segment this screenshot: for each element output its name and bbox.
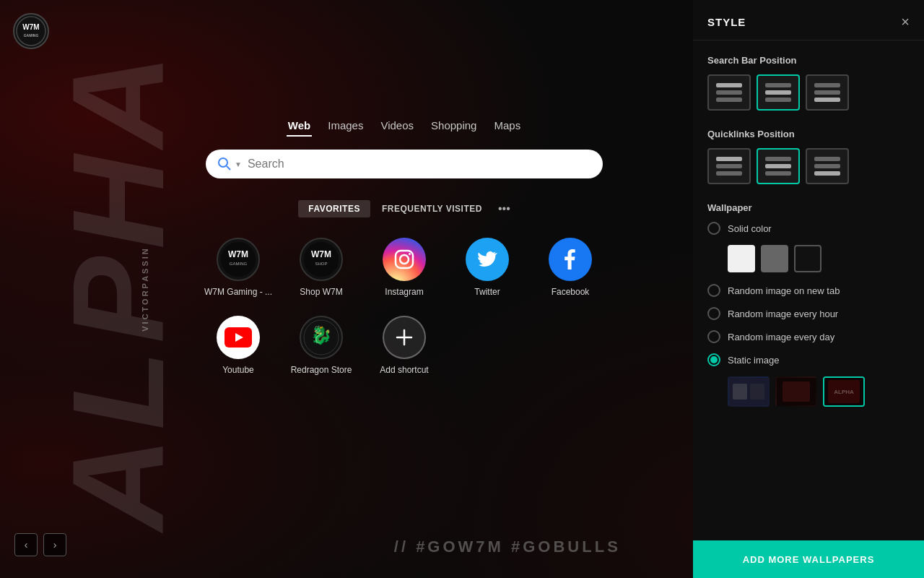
quicklink-instagram[interactable]: Instagram — [365, 232, 444, 303]
quicklinks-position-top[interactable] — [707, 148, 751, 184]
quicklink-icon-w7m-gaming: W7M GAMING — [217, 238, 260, 281]
quicklink-shop-w7m[interactable]: W7M SHOP Shop W7M — [282, 232, 361, 303]
tab-favorites[interactable]: FAVORITES — [298, 200, 370, 217]
search-dropdown-arrow[interactable]: ▼ — [235, 160, 242, 168]
radio-static-image[interactable]: Static image — [707, 353, 910, 366]
solid-color-label: Solid color — [728, 223, 772, 234]
svg-point-8 — [304, 242, 339, 277]
favorites-tabs: FAVORITES FREQUENTLY VISITED ••• — [298, 200, 510, 217]
svg-text:🐉: 🐉 — [310, 324, 332, 345]
tab-maps[interactable]: Maps — [492, 116, 522, 135]
radio-random-new-tab[interactable]: Random image on new tab — [707, 284, 910, 297]
random-every-day-label: Random image every day — [728, 332, 834, 342]
radio-random-every-hour-circle — [707, 307, 720, 320]
search-bar-position-options — [707, 74, 910, 111]
wallpaper-thumbnails: ALPHA — [728, 376, 910, 407]
nav-arrows-container: ‹ › — [14, 533, 66, 556]
search-bar: ▼ — [206, 150, 603, 178]
quicklink-icon-facebook — [549, 238, 592, 281]
random-every-hour-label: Random image every hour — [728, 309, 838, 319]
svg-point-5 — [221, 242, 256, 277]
quicklink-label-youtube: Youtube — [222, 365, 254, 375]
quicklink-icon-shop-w7m: W7M SHOP — [300, 238, 343, 281]
quicklink-add-shortcut[interactable]: Add shortcut — [365, 310, 444, 381]
quicklinks-position-middle[interactable] — [757, 148, 800, 184]
quicklinks-position-options — [707, 148, 910, 184]
search-icon-wrap: ▼ — [217, 157, 242, 171]
svg-rect-24 — [783, 381, 810, 402]
quicklink-facebook[interactable]: Facebook — [531, 232, 610, 303]
svg-point-13 — [409, 253, 411, 255]
style-panel-header: STYLE × — [693, 0, 924, 40]
tab-images[interactable]: Images — [326, 116, 365, 135]
quicklinks-position-bottom[interactable] — [806, 148, 849, 184]
logo[interactable]: W7M GAMING — [11, 11, 51, 51]
quicklinks-grid: W7M GAMING W7M Gaming - ... W7M SHOP Sho… — [199, 232, 610, 381]
radio-random-new-tab-circle — [707, 284, 720, 297]
more-options-dots[interactable]: ••• — [498, 202, 510, 215]
tab-web[interactable]: Web — [287, 116, 312, 135]
svg-rect-21 — [733, 384, 747, 400]
close-button[interactable]: × — [901, 14, 910, 29]
svg-line-4 — [227, 166, 230, 170]
tab-shopping[interactable]: Shopping — [430, 116, 478, 135]
svg-text:GAMING: GAMING — [23, 33, 38, 38]
quicklink-twitter[interactable]: Twitter — [448, 232, 527, 303]
search-bar-position-label: Search Bar Position — [707, 55, 910, 66]
search-position-top[interactable] — [707, 74, 751, 111]
svg-text:ALPHA: ALPHA — [834, 389, 854, 395]
radio-solid-color[interactable]: Solid color — [707, 222, 910, 235]
search-input[interactable] — [248, 158, 591, 171]
svg-text:W7M: W7M — [311, 249, 331, 259]
search-position-bottom[interactable] — [806, 74, 849, 111]
svg-text:SHOP: SHOP — [315, 262, 327, 266]
quicklink-label-w7m-gaming: W7M Gaming - ... — [204, 287, 272, 297]
quicklink-youtube[interactable]: Youtube — [199, 310, 278, 381]
tab-navigation: Web Images Videos Shopping Maps — [287, 116, 522, 135]
static-image-label: Static image — [728, 355, 780, 366]
wallpaper-section: Wallpaper Solid color Random image on ne… — [707, 202, 910, 407]
quicklink-redragon[interactable]: 🐉 Redragon Store — [282, 310, 361, 381]
tab-frequently-visited[interactable]: FREQUENTLY VISITED — [372, 200, 492, 217]
main-content: Web Images Videos Shopping Maps ▼ FAVORI… — [152, 0, 657, 578]
quicklink-label-facebook: Facebook — [552, 287, 590, 297]
google-search-icon — [217, 157, 232, 171]
search-position-middle[interactable] — [757, 74, 800, 111]
color-swatch-black[interactable] — [794, 245, 821, 272]
svg-text:W7M: W7M — [22, 23, 39, 31]
radio-static-image-circle — [707, 353, 720, 366]
wallpaper-thumb-3[interactable]: ALPHA — [823, 376, 865, 407]
tab-videos[interactable]: Videos — [379, 116, 415, 135]
wallpaper-thumb-2[interactable] — [775, 376, 817, 407]
wallpaper-thumb-1[interactable] — [728, 376, 770, 407]
radio-random-every-hour[interactable]: Random image every hour — [707, 307, 910, 320]
radio-random-every-day-circle — [707, 330, 720, 343]
color-swatches — [728, 245, 910, 272]
style-panel: STYLE × Search Bar Position — [693, 0, 924, 578]
add-more-wallpapers-button[interactable]: ADD MORE WALLPAPERS — [693, 540, 924, 578]
wallpaper-label: Wallpaper — [707, 202, 910, 213]
svg-point-0 — [17, 17, 45, 46]
color-swatch-gray[interactable] — [761, 245, 788, 272]
svg-text:GAMING: GAMING — [230, 262, 248, 266]
svg-point-3 — [219, 158, 227, 167]
radio-random-every-day[interactable]: Random image every day — [707, 330, 910, 343]
nav-arrow-left[interactable]: ‹ — [14, 533, 38, 556]
quicklink-icon-youtube — [217, 316, 260, 359]
radio-solid-color-circle — [707, 222, 720, 235]
quicklink-label-add-shortcut: Add shortcut — [380, 365, 428, 375]
nav-arrow-right[interactable]: › — [43, 533, 66, 556]
svg-rect-22 — [750, 384, 764, 400]
quicklink-label-twitter: Twitter — [474, 287, 500, 297]
quicklink-w7m-gaming[interactable]: W7M GAMING W7M Gaming - ... — [199, 232, 278, 303]
quicklinks-position-label: Quicklinks Position — [707, 129, 910, 139]
random-new-tab-label: Random image on new tab — [728, 285, 840, 296]
style-panel-title: STYLE — [707, 16, 746, 28]
color-swatch-white[interactable] — [728, 245, 755, 272]
victor-watermark: VICTORPASSIN — [141, 246, 149, 332]
quicklink-label-instagram: Instagram — [385, 287, 423, 297]
quicklink-icon-redragon: 🐉 — [300, 316, 343, 359]
quicklink-label-shop-w7m: Shop W7M — [300, 287, 342, 297]
svg-text:W7M: W7M — [228, 249, 248, 259]
quicklink-icon-twitter — [466, 238, 509, 281]
